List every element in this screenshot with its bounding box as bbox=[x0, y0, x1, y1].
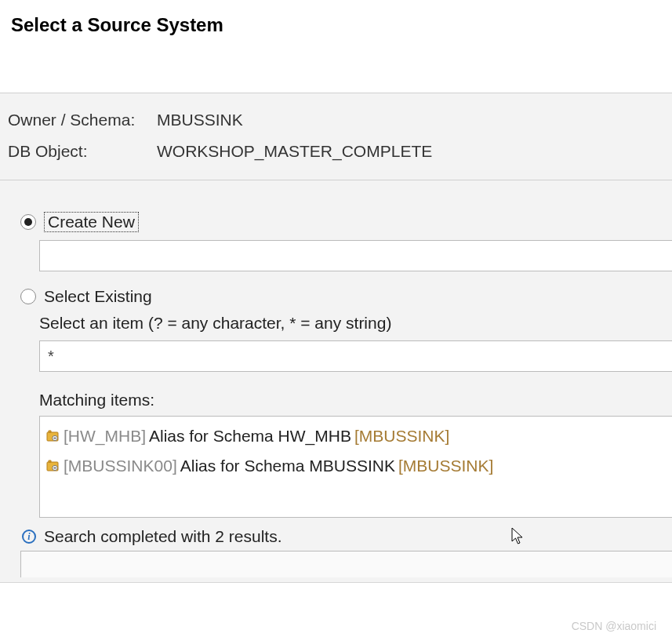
owner-schema-label: Owner / Schema: bbox=[8, 111, 157, 129]
owner-schema-row: Owner / Schema: MBUSSINK bbox=[8, 104, 664, 136]
list-item[interactable]: [HW_MHB] Alias for Schema HW_MHB [MBUSSI… bbox=[46, 421, 666, 451]
radio-select-existing-label: Select Existing bbox=[44, 287, 152, 306]
db-object-row: DB Object: WORKSHOP_MASTER_COMPLETE bbox=[8, 136, 664, 167]
info-icon: i bbox=[22, 530, 36, 544]
status-text: Search completed with 2 results. bbox=[44, 527, 282, 546]
radio-create-new[interactable]: Create New bbox=[20, 212, 672, 232]
radio-select-existing[interactable]: Select Existing bbox=[20, 287, 672, 306]
info-section: Owner / Schema: MBUSSINK DB Object: WORK… bbox=[0, 93, 672, 180]
search-input[interactable] bbox=[39, 340, 672, 372]
list-item[interactable]: [MBUSSINK00] Alias for Schema MBUSSINK [… bbox=[46, 451, 666, 481]
item-owner: [MBUSSINK] bbox=[398, 451, 493, 481]
status-row: i Search completed with 2 results. bbox=[20, 519, 672, 551]
item-desc: Alias for Schema HW_MHB bbox=[149, 421, 351, 451]
item-code: [HW_MHB] bbox=[64, 421, 146, 451]
db-object-value: WORKSHOP_MASTER_COMPLETE bbox=[157, 142, 432, 161]
radio-icon bbox=[20, 289, 36, 304]
package-icon bbox=[46, 460, 59, 472]
bottom-input[interactable] bbox=[20, 551, 672, 577]
page-title: Select a Source System bbox=[0, 0, 672, 36]
form-section: Create New Select Existing Select an ite… bbox=[0, 180, 672, 583]
watermark: CSDN @xiaomici bbox=[572, 620, 656, 632]
matching-items-list[interactable]: [HW_MHB] Alias for Schema HW_MHB [MBUSSI… bbox=[39, 416, 672, 518]
matching-items-label: Matching items: bbox=[39, 391, 672, 410]
package-icon bbox=[46, 430, 59, 442]
db-object-label: DB Object: bbox=[8, 142, 157, 161]
item-code: [MBUSSINK00] bbox=[64, 451, 177, 481]
item-desc: Alias for Schema MBUSSINK bbox=[180, 451, 395, 481]
search-hint: Select an item (? = any character, * = a… bbox=[39, 314, 672, 333]
radio-icon bbox=[20, 214, 36, 230]
radio-create-new-label: Create New bbox=[44, 212, 139, 232]
owner-schema-value: MBUSSINK bbox=[157, 111, 243, 129]
item-owner: [MBUSSINK] bbox=[354, 421, 449, 451]
create-new-input[interactable] bbox=[39, 240, 672, 271]
